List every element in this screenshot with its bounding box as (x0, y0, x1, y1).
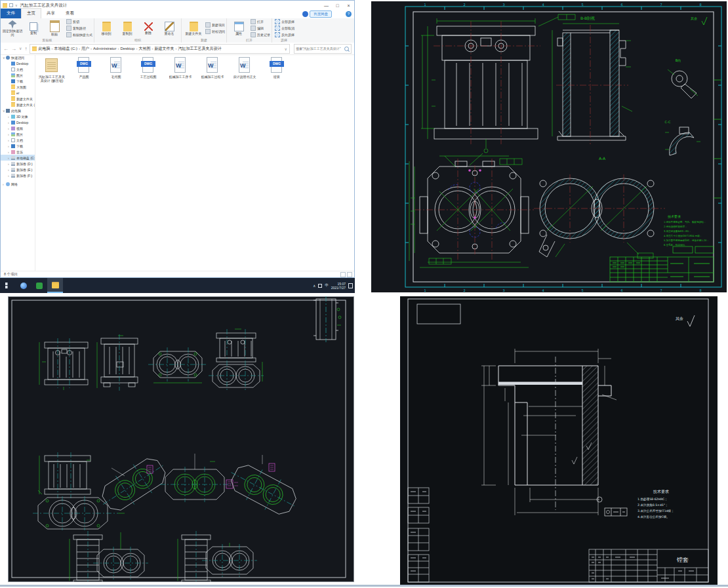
back-icon[interactable]: ← (3, 46, 9, 52)
sidebar-item-desktop[interactable]: ›Desktop (1, 119, 35, 125)
taskbar-browser[interactable] (16, 278, 31, 293)
section-view-bb (552, 24, 632, 144)
crumb-users[interactable]: 用户 (81, 46, 89, 52)
properties-button[interactable]: 属性 (228, 21, 249, 36)
crumb-admin[interactable]: Administrator (93, 47, 116, 50)
crumb-drive-c[interactable]: 本地磁盘 (C:) (54, 46, 77, 52)
file-item-doc[interactable]: W 机械加工过程卡 (198, 57, 227, 83)
close-button[interactable]: × (343, 1, 354, 10)
details-view-icon[interactable] (340, 272, 346, 277)
netdisk-button[interactable]: 百度网盘 (310, 10, 332, 18)
address-dropdown-icon[interactable]: ∨ (285, 47, 287, 51)
sidebar-item-pictures[interactable]: 图片 (1, 72, 35, 78)
file-item-doc[interactable]: W 设计说明书正文 (230, 57, 259, 83)
breadcrumb[interactable]: 此电脑› 本地磁盘 (C:)› 用户› Administrator› Deskt… (30, 44, 290, 54)
top-left-box (417, 304, 460, 324)
move-to-icon (102, 22, 111, 31)
crumb-desktop[interactable]: Desktop (120, 47, 134, 50)
crumb-this-pc[interactable]: 此电脑 (38, 46, 50, 52)
taskbar-app[interactable] (31, 278, 47, 293)
recent-dropdown-icon[interactable]: ∨ (19, 46, 22, 52)
windows-logo-icon (5, 283, 11, 288)
tab-home[interactable]: 主页 (21, 8, 41, 18)
tab-file[interactable]: 文件 (1, 9, 21, 18)
start-button[interactable] (0, 278, 16, 293)
select-all-button[interactable]: 全部选择 (275, 19, 294, 24)
sidebar-item-folder[interactable]: 新建文件夹 (2) (1, 102, 35, 108)
file-item-dwg[interactable]: DWG 镗套 (262, 57, 291, 83)
crumb-folder1[interactable]: 大煞图 (138, 46, 150, 52)
minimize-button[interactable]: — (321, 1, 332, 10)
edit-button[interactable]: 编辑 (251, 26, 270, 31)
tab-view[interactable]: 查看 (60, 9, 79, 18)
sidebar-item-videos[interactable]: ›视频 (1, 125, 35, 131)
sidebar-item-3d-objects[interactable]: ›3D 对象 (1, 113, 35, 119)
sidebar-item-drive-d[interactable]: ›新加卷 (D:) (1, 161, 35, 167)
taskbar-clock[interactable]: 15:07 2021/7/27 (331, 282, 346, 290)
sidebar-item-pictures[interactable]: ›图片 (1, 131, 35, 137)
new-item-button[interactable]: 新建项目 (205, 22, 225, 28)
invert-selection-button[interactable]: 反向选择 (275, 32, 294, 37)
file-item-doc[interactable]: W 机械加工工序卡 (166, 57, 195, 83)
sidebar-item-folder[interactable]: 新建文件夹 (1, 96, 35, 102)
pin-quick-access-button[interactable]: 固定到快速访问 (2, 20, 23, 37)
new-folder-button[interactable]: 新建文件夹 (183, 21, 204, 36)
rename-button[interactable]: 重命名 (159, 21, 180, 36)
edit-icon (251, 26, 256, 31)
sidebar-item-documents[interactable]: ›文档 (1, 137, 35, 143)
explorer-window: ∨ 汽缸加工工艺及夹具设计 — □ × 文件 主页 共享 查看 百度网盘 ? (0, 0, 355, 278)
sidebar-item-folder[interactable]: 大煞图 (1, 84, 35, 90)
file-item-folder[interactable]: 汽缸加工工艺及夹具设计 (解压缩) (37, 57, 66, 83)
paste-button[interactable]: 粘贴 (44, 20, 65, 37)
sidebar-item-documents[interactable]: 文档 (1, 66, 35, 72)
tray-app-icon[interactable] (318, 284, 322, 288)
svg-text:1: 1 (424, 3, 426, 7)
file-item-dwg[interactable]: DWG 工艺过程图 (134, 57, 163, 83)
sidebar-item-desktop[interactable]: Desktop (1, 60, 35, 66)
crumb-folder2[interactable]: 新建文件夹 (154, 46, 174, 52)
paste-shortcut-button[interactable]: 粘贴快捷方式 (66, 32, 92, 37)
search-box[interactable] (294, 44, 352, 54)
sidebar-item-drive-e[interactable]: ›新加卷 (E:) (1, 167, 35, 172)
sidebar-item-drive-f[interactable]: ›新加卷 (F:) (1, 172, 35, 178)
sidebar-quick-access[interactable]: ∨快速访问 (1, 54, 35, 60)
quick-access-toolbar[interactable]: ∨ (3, 3, 18, 8)
copy-button[interactable]: 复制 (23, 22, 44, 35)
process-view-2 (97, 334, 138, 391)
open-button[interactable]: 打开 (251, 19, 270, 24)
action-center-icon[interactable] (348, 283, 353, 288)
netdisk-plugin[interactable]: 百度网盘 (302, 10, 332, 18)
maximize-button[interactable]: □ (332, 1, 343, 10)
tab-share[interactable]: 共享 (41, 9, 60, 18)
search-input[interactable] (294, 47, 344, 50)
search-icon[interactable] (344, 47, 349, 51)
file-item-doc[interactable]: W 毛坯图 (102, 57, 131, 83)
delete-button[interactable]: 删除 (138, 22, 159, 35)
easy-access-button[interactable]: 轻松访问 (205, 29, 225, 34)
ime-indicator[interactable]: 中 (325, 283, 329, 288)
cut-button[interactable]: 剪切 (66, 19, 92, 24)
move-to-button[interactable]: 移动到 (96, 21, 117, 36)
forward-icon[interactable]: → (11, 46, 16, 52)
sidebar-this-pc[interactable]: ∨此电脑 (1, 108, 35, 113)
sidebar-item-downloads[interactable]: 下载 (1, 78, 35, 84)
up-icon[interactable]: ↑ (24, 46, 27, 52)
sidebar-network[interactable]: ›网络 (1, 181, 35, 187)
history-button[interactable]: 历史记录 (251, 32, 270, 37)
copy-path-button[interactable]: 复制路径 (66, 26, 92, 31)
sidebar-item-drive-c[interactable]: ›本地磁盘 (C:) (1, 155, 35, 161)
properties-icon[interactable] (9, 3, 13, 7)
chevron-down-icon[interactable]: ∨ (15, 3, 18, 7)
crumb-current[interactable]: 汽缸加工工艺及夹具设计 (178, 46, 221, 52)
copy-to-button[interactable]: 复制到 (117, 21, 138, 36)
process-view-9-symbols (262, 455, 275, 471)
taskbar-explorer[interactable] (47, 278, 63, 293)
help-icon[interactable]: ? (346, 11, 352, 17)
sidebar-item-music[interactable]: ›音乐 (1, 149, 35, 155)
sidebar-item-downloads[interactable]: ›下载 (1, 143, 35, 149)
file-item-dwg[interactable]: DWG 产品图 (70, 57, 98, 83)
sidebar-item-folder[interactable]: er (1, 90, 35, 96)
select-none-button[interactable]: 全部取消 (275, 26, 294, 31)
thumbnail-view-icon[interactable] (347, 272, 352, 277)
tray-chevron-icon[interactable]: ∧ (313, 284, 315, 288)
